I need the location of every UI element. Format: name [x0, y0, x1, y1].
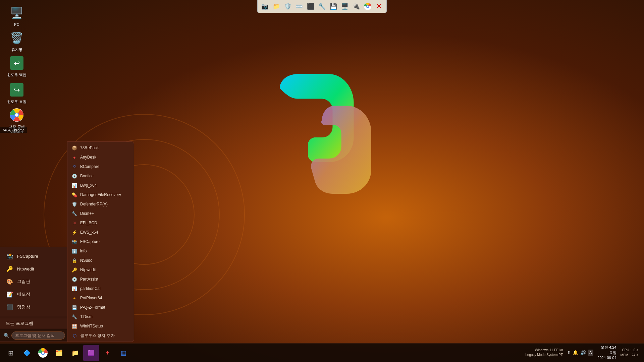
toolbar-terminal-btn[interactable]: ⬛: [305, 1, 316, 12]
keyboard-lang-icon[interactable]: A: [588, 350, 594, 356]
program-label: partitionCal: [80, 286, 101, 291]
fscapture2-icon: 📸: [71, 239, 77, 245]
desktop-icon-pc[interactable]: 🖥️ PC: [3, 3, 30, 28]
program-label: Ntpwedit: [80, 267, 96, 272]
win-restore-label: 윈도우 복원: [7, 99, 26, 104]
program-label: Bwp_x64: [80, 183, 97, 188]
program-bcompare[interactable]: ⚖ BCompare: [67, 162, 134, 171]
system-tray: ⬆ 🔔 🔊 A: [567, 350, 594, 356]
taskbar-app7[interactable]: ▦: [115, 345, 131, 361]
cpu-info: CPU： 0％: [621, 348, 639, 353]
recycle-label: 휴지통: [11, 47, 22, 52]
program-bootice[interactable]: 💿 Bootice: [67, 171, 134, 181]
program-fscapture[interactable]: 📸 FSCapture: [67, 237, 134, 246]
taskbar-right: Windows 11 PE kn Legacy Mode System PE ⬆…: [523, 345, 641, 360]
program-label: 블루투스 장치 추가: [80, 333, 115, 339]
paint-menu-icon: 🎨: [6, 278, 14, 286]
program-winntsetup[interactable]: 🪟 WinNTSetup: [67, 321, 134, 331]
program-partassist[interactable]: 💿 PartAssist: [67, 275, 134, 284]
bell-icon: 🔔: [573, 350, 578, 355]
program-defender[interactable]: 🛡️ DefenderRP(A): [67, 199, 134, 209]
program-dism[interactable]: 🔧 Dism++: [67, 209, 134, 218]
program-potplayer[interactable]: ● PotPlayer64: [67, 293, 134, 303]
toolbar-hdd-btn[interactable]: 💾: [328, 1, 339, 12]
dism-icon: 🔧: [71, 210, 77, 217]
toolbar-keyboard-btn[interactable]: ⌨️: [294, 1, 305, 12]
ntpwedit-icon: 🔑: [71, 267, 77, 273]
toolbar-usb-btn[interactable]: 🔌: [351, 1, 362, 12]
program-info[interactable]: ℹ️ info: [67, 246, 134, 256]
fscapture-menu-icon: 📸: [6, 252, 14, 260]
toolbar-tools-btn[interactable]: 🔧: [317, 1, 327, 12]
taskbar-app6[interactable]: ✦: [99, 345, 115, 361]
program-label: EWS_x64: [80, 230, 98, 235]
bluetooth-icon: ⬡: [71, 333, 77, 339]
program-label: T.Dism: [80, 314, 93, 319]
program-info-label: info: [80, 249, 87, 253]
taskbar-app4[interactable]: 📁: [67, 345, 83, 361]
desktop-icon-win-backup[interactable]: ↩ 윈도우 백업: [3, 54, 30, 78]
program-damaged[interactable]: 💊 DamagedFileRecovery: [67, 190, 134, 199]
program-efi[interactable]: ✕ EFI_BCD: [67, 218, 134, 228]
notepad-menu-icon: 📝: [6, 290, 14, 298]
program-anydesk[interactable]: ● AnyDesk: [67, 153, 134, 162]
svg-point-11: [367, 6, 369, 7]
toolbar-monitor-btn[interactable]: 🖥️: [339, 1, 350, 12]
toolbar-folder-btn[interactable]: 📁: [271, 1, 282, 12]
program-ntpwedit[interactable]: 🔑 Ntpwedit: [67, 265, 134, 275]
78repack-icon: 📦: [71, 145, 77, 151]
tdism-icon: 🔧: [71, 314, 77, 320]
taskbar-app2[interactable]: [35, 345, 51, 361]
program-partitioncal[interactable]: 📊 partitionCal: [67, 284, 134, 293]
toolbar-close-btn[interactable]: ✕: [374, 1, 384, 12]
program-label: P-Q-Z-Format: [80, 305, 105, 310]
program-label: EFI_BCD: [80, 221, 97, 225]
program-label: DamagedFileRecovery: [80, 192, 121, 197]
toolbar-chrome-btn[interactable]: [362, 1, 373, 12]
potplayer-icon: ●: [71, 295, 77, 301]
full-date: 2024-06-04: [597, 355, 616, 360]
ntpwedit-menu-icon: 🔑: [6, 265, 14, 273]
recycle-icon: 🗑️: [9, 30, 25, 46]
pqz-icon: 💾: [71, 304, 77, 310]
damaged-icon: 💊: [71, 192, 77, 198]
program-bwp[interactable]: 📊 Bwp_x64: [67, 181, 134, 190]
partassist-icon: 💿: [71, 276, 77, 282]
nsudo-icon: 🔒: [71, 257, 77, 263]
program-78repack[interactable]: 📦 78RePack: [67, 143, 134, 153]
copilot-logo: [252, 67, 392, 208]
taskbar-app3[interactable]: 🗂️: [51, 345, 67, 361]
clock[interactable]: 오전 4:24 요일 2024-06-04: [595, 345, 619, 360]
program-tdism[interactable]: 🔧 T.Dism: [67, 312, 134, 321]
program-nsudo[interactable]: 🔒 NSudo: [67, 256, 134, 265]
toolbar-camera-btn[interactable]: 📷: [260, 1, 270, 12]
program-label: BCompare: [80, 164, 99, 169]
search-input[interactable]: [11, 331, 65, 340]
taskbar-app1[interactable]: 🔷: [19, 345, 35, 361]
taskbar-app5[interactable]: 🟪: [83, 345, 99, 361]
program-label: PartAssist: [80, 277, 98, 282]
ews-icon: ⚡: [71, 229, 77, 235]
program-label: 78RePack: [80, 145, 99, 150]
pc-icon: 🖥️: [9, 5, 25, 21]
defender-icon: 🛡️: [71, 201, 77, 207]
search-icon: 🔍: [4, 333, 9, 338]
desktop-icon-recycle[interactable]: 🗑️ 휴지통: [3, 28, 30, 53]
start-button[interactable]: ⊞: [3, 345, 19, 361]
program-pqz[interactable]: 💾 P-Q-Z-Format: [67, 303, 134, 312]
desktop-icon-win-restore[interactable]: ↪ 윈도우 복원: [3, 80, 30, 105]
toolbar-shield-btn[interactable]: 🛡️: [282, 1, 293, 12]
chrome-icon: [9, 107, 25, 123]
program-label: Dism++: [80, 211, 94, 216]
desktop: 🖥️ PC 🗑️ 휴지통 ↩ 윈도우 백업 ↪ 윈도우 복원: [0, 0, 644, 362]
program-label: PotPlayer64: [80, 296, 102, 300]
svg-point-7: [15, 113, 18, 117]
program-label: Bootice: [80, 174, 94, 178]
program-label: AnyDesk: [80, 155, 96, 160]
pc-label: PC: [14, 22, 19, 27]
ntpwedit-menu-label: Ntpwedit: [17, 266, 34, 272]
chrome-taskbar-label: 7484 Chrome: [0, 127, 27, 133]
all-programs-label: 모든 프로그램: [6, 320, 33, 326]
program-ews[interactable]: ⚡ EWS_x64: [67, 228, 134, 237]
program-bluetooth[interactable]: ⬡ 블루투스 장치 추가: [67, 331, 134, 340]
